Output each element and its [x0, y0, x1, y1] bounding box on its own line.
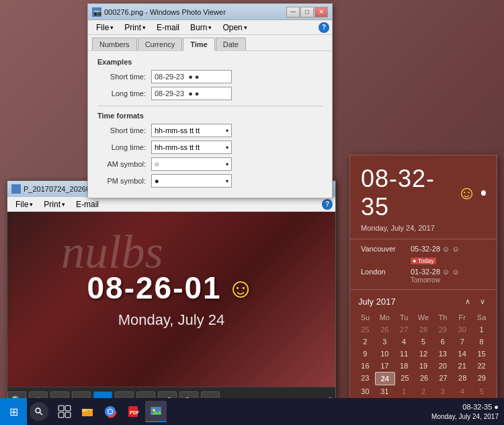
- tab-currency[interactable]: Currency: [138, 38, 183, 50]
- close-button[interactable]: ✕: [314, 7, 328, 17]
- pm-symbol-row: PM symbol: ● ▾: [97, 174, 323, 188]
- cal-day-25[interactable]: 25: [395, 372, 415, 385]
- calendar-header: July 2017 ∧ ∨: [355, 295, 491, 311]
- cal-day-12[interactable]: 12: [414, 348, 433, 360]
- calendar-week-3: 9 10 11 12 13 14 15: [355, 348, 491, 360]
- cal-day-1[interactable]: 1: [472, 323, 491, 336]
- file-explorer-button[interactable]: [77, 401, 98, 422]
- cal-day-13[interactable]: 13: [433, 348, 452, 360]
- svg-line-4: [40, 413, 43, 416]
- cal-day-30[interactable]: 30: [355, 385, 375, 397]
- cal-day-18[interactable]: 18: [394, 360, 414, 372]
- formats-label: Time formats: [97, 112, 323, 120]
- short-time-example-input[interactable]: 08-29-23 ● ●: [151, 70, 232, 83]
- cal-day-7[interactable]: 7: [452, 336, 472, 348]
- cal-day-17[interactable]: 17: [375, 360, 394, 372]
- cal-day-8[interactable]: 8: [472, 336, 491, 348]
- cal-day-5[interactable]: 5: [414, 336, 433, 348]
- cal-day-15[interactable]: 15: [472, 348, 491, 360]
- london-city-name: London: [361, 268, 408, 276]
- calendar-prev-button[interactable]: ∧: [462, 295, 474, 307]
- cal-day-23[interactable]: 23: [355, 372, 375, 385]
- cal-day-26-prev[interactable]: 26: [375, 323, 394, 336]
- menu-file[interactable]: File ▾: [91, 22, 119, 34]
- london-city-label: Tomorrow: [411, 276, 460, 284]
- cal-day-28-prev[interactable]: 28: [414, 323, 433, 336]
- cal-day-14[interactable]: 14: [452, 348, 472, 360]
- calendar-section: July 2017 ∧ ∨ Su Mo Tu We Th Fr Sa: [350, 289, 497, 403]
- cal-day-30-prev[interactable]: 30: [452, 323, 472, 336]
- long-time-format-label: Long time:: [97, 143, 151, 151]
- cal-day-27[interactable]: 27: [433, 372, 453, 385]
- vancouver-city-name: Vancouver: [361, 245, 408, 253]
- long-format-arrow: ▾: [226, 145, 228, 151]
- viewer-app-icon: [11, 184, 21, 194]
- calendar-week-2: 2 3 4 5 6 7 8: [355, 336, 491, 348]
- am-symbol-select[interactable]: ○ ▾: [151, 157, 232, 171]
- tabs-bar: Numbers Currency Time Date: [88, 35, 332, 50]
- cal-day-4[interactable]: 4: [394, 336, 414, 348]
- tab-time[interactable]: Time: [183, 38, 214, 51]
- pdf-viewer-button[interactable]: PDF: [122, 401, 144, 422]
- cal-day-1-next[interactable]: 1: [394, 385, 414, 397]
- taskbar-search-button[interactable]: [30, 402, 48, 421]
- cal-day-2[interactable]: 2: [355, 336, 375, 348]
- minimize-button[interactable]: ─: [286, 7, 300, 17]
- cal-day-4-next[interactable]: 4: [452, 385, 472, 397]
- cal-day-11[interactable]: 11: [394, 348, 414, 360]
- long-time-example-input[interactable]: 08-29-23 ● ●: [151, 87, 232, 100]
- examples-label: Examples: [97, 58, 323, 66]
- cal-day-10[interactable]: 10: [375, 348, 394, 360]
- start-button[interactable]: ⊞: [0, 398, 27, 425]
- viewer-menu-print[interactable]: Print ▾: [38, 198, 71, 210]
- pm-symbol-select[interactable]: ● ▾: [151, 174, 232, 188]
- cal-day-6[interactable]: 6: [433, 336, 452, 348]
- menu-open[interactable]: Open ▾: [217, 22, 252, 34]
- short-time-format-select[interactable]: hh-mm-ss tt tt ▾: [151, 124, 232, 137]
- viewer-help-button[interactable]: ?: [322, 199, 333, 210]
- menu-burn[interactable]: Burn ▾: [185, 22, 217, 34]
- tab-numbers[interactable]: Numbers: [92, 38, 137, 50]
- long-time-format-select[interactable]: hh-mm-ss tt tt ▾: [151, 141, 232, 154]
- viewer-menu-email[interactable]: E-mail: [71, 198, 104, 210]
- taskbar-right: 08-32-35 ● Monday, July 24, 2017: [431, 402, 504, 420]
- cal-day-27-prev[interactable]: 27: [394, 323, 414, 336]
- cal-day-22[interactable]: 22: [472, 360, 491, 372]
- tab-date[interactable]: Date: [216, 38, 246, 50]
- cal-day-25-prev[interactable]: 25: [355, 323, 375, 336]
- vancouver-city-row: Vancouver 05-32-28 ☺ ☺: [361, 245, 486, 253]
- task-view-button[interactable]: [54, 401, 75, 422]
- svg-rect-2: [11, 184, 21, 194]
- short-time-example-input-group: 08-29-23 ● ●: [151, 70, 232, 83]
- cal-day-2-next[interactable]: 2: [414, 385, 433, 397]
- menu-print[interactable]: Print ▾: [119, 22, 151, 34]
- viewer-menu-file[interactable]: File ▾: [10, 198, 38, 210]
- photo-viewer-button[interactable]: [145, 401, 167, 422]
- pm-symbol-label: PM symbol:: [97, 177, 151, 185]
- calendar-next-button[interactable]: ∨: [476, 295, 489, 307]
- cal-day-16[interactable]: 16: [355, 360, 375, 372]
- taskbar-clock[interactable]: 08-32-35 ● Monday, July 24, 2017: [431, 402, 499, 420]
- cal-day-5-next[interactable]: 5: [472, 385, 491, 397]
- cal-day-20[interactable]: 20: [433, 360, 452, 372]
- cal-day-26[interactable]: 26: [415, 372, 434, 385]
- cal-day-24-today[interactable]: 24: [375, 372, 396, 385]
- help-button[interactable]: ?: [319, 22, 329, 33]
- chrome-browser-button[interactable]: [99, 401, 121, 422]
- dialog-titlebar: 📷 000276.png - Windows Photo Viewer ─ □ …: [88, 4, 332, 20]
- cal-day-29-prev[interactable]: 29: [433, 323, 452, 336]
- cal-day-3-next[interactable]: 3: [433, 385, 452, 397]
- cal-day-28[interactable]: 28: [453, 372, 472, 385]
- cal-day-21[interactable]: 21: [452, 360, 472, 372]
- cal-day-19[interactable]: 19: [414, 360, 433, 372]
- maximize-button[interactable]: □: [300, 7, 314, 17]
- long-time-format-row: Long time: hh-mm-ss tt tt ▾: [97, 141, 323, 154]
- menu-email[interactable]: E-mail: [151, 22, 185, 34]
- cal-day-3[interactable]: 3: [375, 336, 394, 348]
- london-city-row: London 01-32-28 ☺ ☺ Tomorrow: [361, 268, 486, 284]
- cal-day-31[interactable]: 31: [375, 385, 394, 397]
- cal-day-29[interactable]: 29: [472, 372, 491, 385]
- calendar-nav: ∧ ∨: [462, 295, 489, 307]
- cal-day-9[interactable]: 9: [355, 348, 375, 360]
- cal-header-th: Th: [433, 311, 452, 323]
